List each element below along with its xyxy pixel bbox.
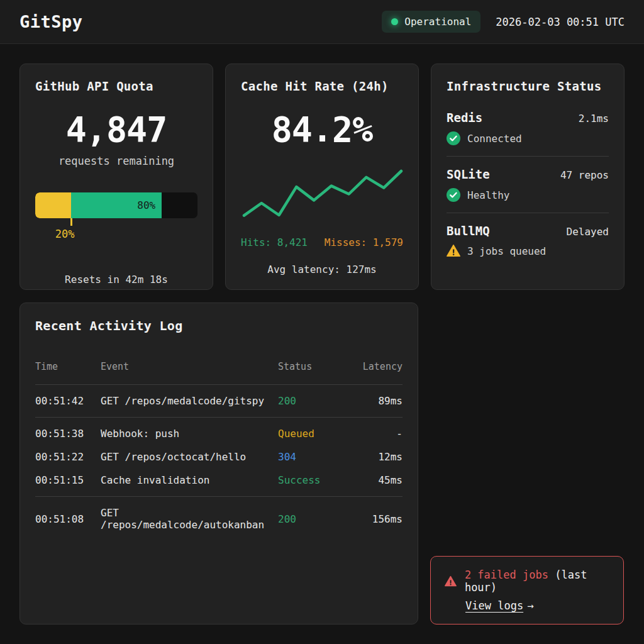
table-divider <box>35 384 402 385</box>
activity-log-card: Recent Activity Log Time Event Status La… <box>19 303 418 625</box>
service-status: Healthy <box>447 188 609 202</box>
cell-time: 00:51:42 <box>35 395 101 407</box>
cache-misses-label: Misses: 1,579 <box>325 236 403 248</box>
alert-text: 2 failed jobs (last hour) <box>465 569 609 594</box>
view-logs-label: View logs <box>465 599 523 612</box>
service-status: Connected <box>447 131 609 145</box>
cell-status: 200 <box>278 395 348 407</box>
app-title: GitSpy <box>19 12 83 31</box>
service-status-text: Healthy <box>467 189 509 201</box>
service-name: Redis <box>447 111 482 125</box>
activity-log-title: Recent Activity Log <box>35 318 402 333</box>
cell-latency: 156ms <box>348 513 402 525</box>
service-item-sqlite: SQLite47 reposHealthy <box>447 167 609 202</box>
table-row: 00:51:22GET /repos/octocat/hello30412ms <box>35 445 402 469</box>
api-quota-title: GitHub API Quota <box>35 79 197 93</box>
api-quota-value-label: requests remaining <box>35 155 197 167</box>
view-logs-link[interactable]: View logs→ <box>465 599 533 612</box>
clock-timestamp: 2026-02-03 00:51 UTC <box>496 16 625 28</box>
service-divider <box>447 156 609 157</box>
status-badge-label: Operational <box>404 16 471 28</box>
cell-status: Queued <box>278 428 348 440</box>
warning-triangle-icon <box>447 245 460 257</box>
cell-event: Webhook: push <box>101 428 278 440</box>
failed-jobs-alert: 2 failed jobs (last hour) View logs→ <box>430 556 624 625</box>
cell-time: 00:51:38 <box>35 428 101 440</box>
alert-triangle-icon <box>445 575 457 587</box>
cell-status: 200 <box>278 513 348 525</box>
cache-hits-label: Hits: 8,421 <box>241 236 308 248</box>
activity-table: Time Event Status Latency 00:51:42GET /r… <box>35 361 402 536</box>
lower-row: Recent Activity Log Time Event Status La… <box>19 303 625 625</box>
status-badge: Operational <box>382 11 480 33</box>
cell-event: GET /repos/medalcode/autokanban <box>101 507 278 531</box>
cell-latency: 89ms <box>348 395 402 407</box>
arrow-right-icon: → <box>527 599 533 612</box>
cache-avg-latency: Avg latency: 127ms <box>241 264 403 275</box>
table-divider <box>35 496 402 497</box>
service-name: BullMQ <box>447 224 490 238</box>
service-status: 3 jobs queued <box>447 245 609 257</box>
table-row: 00:51:08GET /repos/medalcode/autokanban2… <box>35 501 402 536</box>
alert-message-line: 2 failed jobs (last hour) <box>445 569 609 594</box>
service-item-bullmq: BullMQDelayed3 jobs queued <box>447 224 609 257</box>
service-divider <box>447 213 609 213</box>
check-circle-icon <box>447 131 460 145</box>
quota-bar-yellow-label: 20% <box>55 228 75 240</box>
cell-latency: 45ms <box>348 474 402 486</box>
quota-bar-track: 80% <box>35 192 197 218</box>
service-header: BullMQDelayed <box>447 224 609 238</box>
cell-latency: - <box>348 428 402 440</box>
quota-progress-bar: 80% 20% <box>35 192 197 218</box>
service-header: Redis2.1ms <box>447 111 609 125</box>
col-time: Time <box>35 361 101 372</box>
col-latency: Latency <box>348 361 402 372</box>
quota-bar-tick <box>70 218 72 226</box>
cell-status: 304 <box>278 451 348 463</box>
quota-bar-remaining-segment: 80% <box>71 192 162 218</box>
table-row: 00:51:38Webhook: pushQueued- <box>35 422 402 445</box>
service-metric: 47 repos <box>560 169 609 181</box>
table-row: 00:51:15Cache invalidationSuccess45ms <box>35 469 402 492</box>
cell-time: 00:51:15 <box>35 474 101 486</box>
cell-event: Cache invalidation <box>101 474 278 486</box>
activity-table-header: Time Event Status Latency <box>35 361 402 380</box>
service-item-redis: Redis2.1msConnected <box>447 111 609 145</box>
infra-title: Infrastructure Status <box>447 79 609 93</box>
api-quota-card: GitHub API Quota 4,847 requests remainin… <box>19 64 213 290</box>
col-event: Event <box>101 361 278 372</box>
dashboard-main: GitHub API Quota 4,847 requests remainin… <box>0 44 644 644</box>
cell-time: 00:51:08 <box>35 513 101 525</box>
right-column: 2 failed jobs (last hour) View logs→ <box>430 303 624 625</box>
activity-rows: 00:51:42GET /repos/medalcode/gitspy20089… <box>35 389 402 536</box>
col-status: Status <box>278 361 348 372</box>
cell-time: 00:51:22 <box>35 451 101 463</box>
service-metric: 2.1ms <box>579 113 609 125</box>
api-quota-value: 4,847 <box>35 109 197 150</box>
table-divider <box>35 417 402 418</box>
quota-reset-text: Resets in 42m 18s <box>35 274 197 286</box>
quota-bar-green-label: 80% <box>137 199 155 211</box>
cache-stats-row: Hits: 8,421 Misses: 1,579 <box>241 236 403 248</box>
table-row: 00:51:42GET /repos/medalcode/gitspy20089… <box>35 389 402 413</box>
alert-link-line: View logs→ <box>465 599 609 612</box>
cell-event: GET /repos/medalcode/gitspy <box>101 395 278 407</box>
header-right: Operational 2026-02-03 00:51 UTC <box>382 11 625 33</box>
cell-latency: 12ms <box>348 451 402 463</box>
service-header: SQLite47 repos <box>447 167 609 181</box>
status-dot-icon <box>391 18 398 25</box>
quota-bar-used-segment <box>35 192 71 218</box>
metrics-row: GitHub API Quota 4,847 requests remainin… <box>19 64 625 290</box>
service-status-text: 3 jobs queued <box>467 245 546 257</box>
cache-hit-rate-card: Cache Hit Rate (24h) 84.2% Hits: 8,421 M… <box>225 64 419 290</box>
check-circle-icon <box>447 188 460 202</box>
infrastructure-status-card: Infrastructure Status Redis2.1msConnecte… <box>431 64 625 290</box>
app-header: GitSpy Operational 2026-02-03 00:51 UTC <box>0 0 644 44</box>
service-list: Redis2.1msConnectedSQLite47 reposHealthy… <box>447 111 609 257</box>
service-status-text: Connected <box>467 133 522 145</box>
cell-status: Success <box>278 474 348 486</box>
cache-hit-rate-value: 84.2% <box>241 109 403 150</box>
cache-sparkline-chart <box>241 166 404 220</box>
alert-count-text: 2 failed jobs <box>465 569 548 581</box>
cell-event: GET /repos/octocat/hello <box>101 451 278 463</box>
